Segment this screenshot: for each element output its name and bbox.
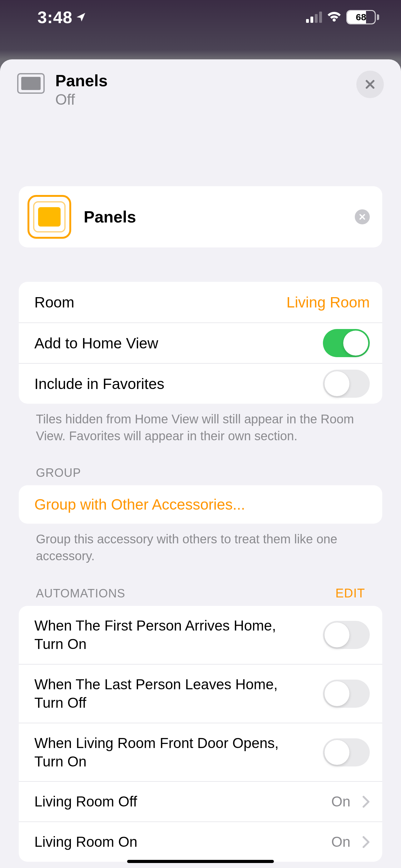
wifi-icon xyxy=(327,11,341,23)
automation-toggle[interactable] xyxy=(323,621,370,649)
automation-row: When The First Person Arrives Home, Turn… xyxy=(19,606,382,664)
automation-row: When Living Room Front Door Opens, Turn … xyxy=(19,723,382,781)
automation-text: When The Last Person Leaves Home, Turn O… xyxy=(34,675,313,712)
group-accessories-button[interactable]: Group with Other Accessories... xyxy=(19,485,382,524)
settings-sheet: Panels Off Panels Room Liv xyxy=(0,59,401,868)
accessory-title: Panels xyxy=(55,72,346,90)
automation-text: Living Room Off xyxy=(34,793,322,811)
home-indicator[interactable] xyxy=(127,860,274,863)
home-view-row: Add to Home View xyxy=(19,322,382,363)
automation-text: When Living Room Front Door Opens, Turn … xyxy=(34,734,313,771)
automation-row[interactable]: Living Room OffOn xyxy=(19,781,382,822)
automations-edit-button[interactable]: EDIT xyxy=(335,586,365,600)
location-icon xyxy=(75,12,86,23)
group-section-title: GROUP xyxy=(36,466,81,479)
display-settings-card: Room Living Room Add to Home View Includ… xyxy=(19,282,382,404)
display-settings-footer: Tiles hidden from Home View will still a… xyxy=(19,404,382,444)
battery-percent: 68 xyxy=(347,11,375,24)
favorites-row: Include in Favorites xyxy=(19,363,382,404)
automation-text: Living Room On xyxy=(34,833,322,851)
room-value: Living Room xyxy=(287,294,370,311)
home-view-label: Add to Home View xyxy=(34,335,323,352)
clear-name-button[interactable] xyxy=(355,209,370,224)
status-bar: 3:48 68 xyxy=(0,0,401,34)
automations-section-title: AUTOMATIONS xyxy=(36,587,125,600)
home-view-toggle[interactable] xyxy=(323,329,370,357)
automation-row: When The Last Person Leaves Home, Turn O… xyxy=(19,664,382,723)
automation-status: On xyxy=(331,793,350,811)
accessory-status: Off xyxy=(55,91,346,108)
chevron-right-icon xyxy=(362,796,370,808)
status-time: 3:48 xyxy=(37,7,72,27)
room-label: Room xyxy=(34,294,287,311)
battery-indicator: 68 xyxy=(346,10,379,24)
favorites-toggle[interactable] xyxy=(323,370,370,398)
accessory-tile-icon xyxy=(28,195,71,239)
automation-text: When The First Person Arrives Home, Turn… xyxy=(34,617,313,653)
close-button[interactable] xyxy=(356,71,384,98)
sheet-header: Panels Off xyxy=(0,72,401,121)
accessory-icon xyxy=(17,73,45,94)
group-section-footer: Group this accessory with others to trea… xyxy=(19,524,382,564)
chevron-right-icon xyxy=(362,836,370,848)
automation-row[interactable]: Living Room OnOn xyxy=(19,822,382,862)
favorites-label: Include in Favorites xyxy=(34,375,323,393)
automation-status: On xyxy=(331,833,350,851)
automation-toggle[interactable] xyxy=(323,680,370,708)
cellular-icon xyxy=(306,11,322,23)
accessory-name-field[interactable]: Panels xyxy=(84,208,342,226)
name-card: Panels xyxy=(19,186,382,247)
automation-toggle[interactable] xyxy=(323,738,370,767)
automations-card: When The First Person Arrives Home, Turn… xyxy=(19,606,382,862)
room-row[interactable]: Room Living Room xyxy=(19,282,382,322)
